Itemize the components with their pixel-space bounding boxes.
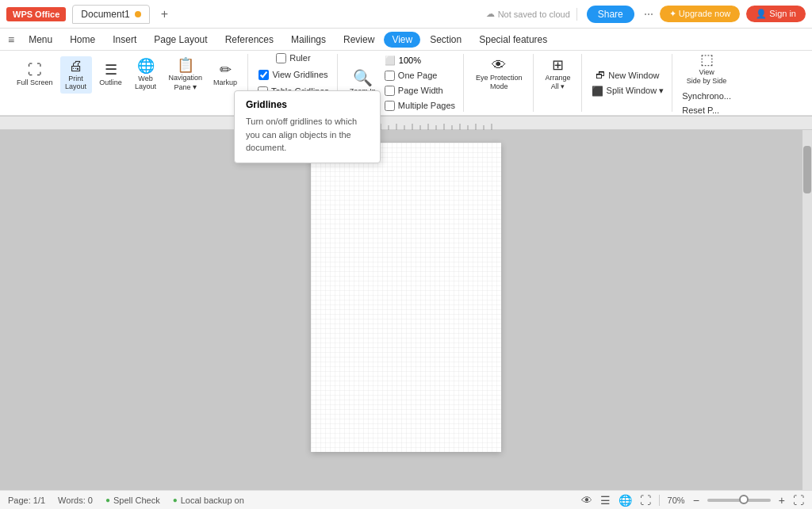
- view-side-by-side-label: ViewSide by Side: [687, 68, 727, 86]
- menu-item-section[interactable]: Section: [422, 32, 469, 48]
- sync-options: Synchrono... Reset P...: [680, 90, 733, 116]
- fit-page-icon[interactable]: ⛶: [793, 494, 804, 507]
- reset-row[interactable]: Reset P...: [680, 105, 733, 116]
- new-window-row[interactable]: 🗗 New Window: [594, 69, 661, 82]
- ruler: [0, 116, 812, 130]
- status-separator: [659, 495, 660, 506]
- one-page-label: One Page: [398, 71, 438, 80]
- view-gridlines-label: View Gridlines: [272, 70, 327, 79]
- outline-label: Outline: [99, 78, 122, 87]
- zoom-slider[interactable]: [707, 499, 771, 502]
- markup-label: Markup: [213, 78, 237, 87]
- local-backup-status[interactable]: ● Local backup on: [173, 496, 244, 505]
- view-side-by-side-button[interactable]: ⬚ ViewSide by Side: [683, 50, 731, 88]
- navigation-pane-label: NavigationPane ▾: [169, 74, 203, 92]
- document-tab[interactable]: Document1: [72, 5, 149, 24]
- ruler-checkbox[interactable]: [276, 53, 286, 63]
- menu-item-page-layout[interactable]: Page Layout: [146, 32, 215, 48]
- zoom-slider-thumb[interactable]: [739, 495, 749, 504]
- status-fullscreen-icon[interactable]: ⛶: [640, 494, 651, 507]
- view-gridlines-checkbox-row[interactable]: View Gridlines: [257, 69, 329, 81]
- page-width-checkbox[interactable]: [385, 86, 395, 96]
- zoom-pct-label: 100%: [399, 55, 421, 65]
- ruler-svg: [0, 116, 812, 130]
- status-web-icon[interactable]: 🌐: [619, 494, 632, 507]
- navigation-pane-button[interactable]: 📋 NavigationPane ▾: [165, 55, 207, 94]
- arrange-all-label: ArrangeAll ▾: [546, 74, 571, 91]
- ribbon-layout-group: ⛶ Full Screen 🖨 PrintLayout ☰ Outline 🌐 …: [6, 54, 248, 112]
- full-screen-button[interactable]: ⛶ Full Screen: [13, 60, 57, 90]
- hamburger-menu[interactable]: ≡: [3, 32, 19, 48]
- synchrono-label: Synchrono...: [682, 91, 731, 101]
- menu-item-review[interactable]: Review: [335, 32, 382, 48]
- synchrono-row[interactable]: Synchrono...: [680, 90, 733, 101]
- print-layout-button[interactable]: 🖨 PrintLayout: [60, 56, 92, 94]
- zoom-minus-button[interactable]: −: [693, 494, 699, 507]
- document-area[interactable]: [0, 130, 812, 490]
- zoom-options: ⬜ 100% One Page Page Width Multiple Page…: [383, 55, 457, 112]
- multiple-pages-label: Multiple Pages: [398, 101, 455, 110]
- title-right: ☁ Not saved to cloud Share ⋯ ✦ Upgrade n…: [486, 6, 806, 23]
- view-gridlines-checkbox[interactable]: [259, 70, 269, 80]
- signin-button[interactable]: 👤 Sign in: [746, 6, 806, 22]
- multiple-pages-row[interactable]: Multiple Pages: [383, 100, 457, 112]
- cloud-icon: ☁: [486, 9, 495, 19]
- status-layout-icon[interactable]: ☰: [600, 494, 611, 507]
- full-screen-label: Full Screen: [17, 78, 53, 87]
- eye-protection-button[interactable]: 👁 Eye ProtectionMode: [472, 55, 527, 94]
- web-layout-label: WebLayout: [135, 75, 156, 92]
- navigation-pane-icon: 📋: [177, 58, 194, 72]
- eye-protection-icon: 👁: [492, 58, 506, 72]
- markup-button[interactable]: ✏ Markup: [209, 60, 241, 90]
- status-bar-right: 👁 ☰ 🌐 ⛶ 70% − + ⛶: [581, 494, 804, 507]
- menu-item-references[interactable]: References: [217, 32, 282, 48]
- more-options-icon[interactable]: ⋯: [644, 9, 653, 20]
- ruler-checkbox-row[interactable]: Ruler: [274, 52, 312, 64]
- split-window-row[interactable]: ⬛ Split Window ▾: [590, 85, 666, 98]
- split-window-label: Split Window ▾: [607, 86, 665, 96]
- one-page-checkbox[interactable]: [385, 71, 395, 81]
- status-eye-icon[interactable]: 👁: [581, 494, 592, 507]
- share-button[interactable]: Share: [587, 6, 634, 23]
- document-page: [311, 143, 501, 452]
- outline-button[interactable]: ☰ Outline: [95, 60, 127, 90]
- svg-rect-29: [311, 143, 501, 452]
- multiple-pages-checkbox[interactable]: [385, 101, 395, 111]
- print-layout-icon: 🖨: [69, 59, 83, 73]
- vertical-scrollbar[interactable]: [802, 130, 812, 490]
- reset-label: Reset P...: [682, 105, 719, 115]
- page-width-row[interactable]: Page Width: [383, 85, 457, 97]
- ribbon-window-group: 🗗 New Window ⬛ Split Window ▾: [584, 54, 673, 112]
- web-layout-button[interactable]: 🌐 WebLayout: [130, 56, 162, 94]
- eye-protection-label: Eye ProtectionMode: [476, 74, 523, 91]
- wps-logo[interactable]: WPS Office: [6, 7, 66, 21]
- scrollbar-thumb[interactable]: [803, 146, 811, 193]
- local-backup-label: Local backup on: [181, 496, 244, 505]
- tooltip-title: Gridlines: [246, 99, 369, 110]
- zoom-plus-button[interactable]: +: [779, 494, 785, 507]
- cloud-save-status: ☁ Not saved to cloud: [486, 9, 570, 19]
- menu-item-insert[interactable]: Insert: [105, 32, 144, 48]
- gridlines-tooltip: Gridlines Turn on/off gridlines to which…: [234, 90, 381, 163]
- menu-item-special-features[interactable]: Special features: [471, 32, 555, 48]
- spell-check-icon: ●: [105, 496, 110, 504]
- view-side-by-side-icon: ⬚: [700, 52, 714, 67]
- share-separator: [576, 8, 577, 21]
- main-content: [0, 130, 812, 490]
- arrange-all-button[interactable]: ⊞ ArrangeAll ▾: [542, 55, 575, 94]
- ribbon-arrange-group: ⊞ ArrangeAll ▾: [535, 54, 582, 112]
- menu-item-home[interactable]: Home: [62, 32, 103, 48]
- upgrade-button[interactable]: ✦ Upgrade now: [660, 6, 741, 22]
- page-info: Page: 1/1: [8, 496, 45, 505]
- menu-item-view[interactable]: View: [384, 32, 420, 48]
- spell-check-status[interactable]: ● Spell Check: [105, 496, 160, 505]
- menu-item-menu[interactable]: Menu: [21, 32, 60, 48]
- menu-item-mailings[interactable]: Mailings: [283, 32, 334, 48]
- page-width-label: Page Width: [398, 86, 443, 95]
- menu-bar: ≡ Menu Home Insert Page Layout Reference…: [0, 29, 812, 51]
- one-page-row[interactable]: One Page: [383, 70, 457, 82]
- ribbon-eye-group: 👁 Eye ProtectionMode: [465, 54, 534, 112]
- split-window-icon: ⬛: [592, 86, 603, 97]
- zoom-pct-row[interactable]: ⬜ 100%: [383, 55, 457, 67]
- new-tab-button[interactable]: +: [156, 6, 173, 23]
